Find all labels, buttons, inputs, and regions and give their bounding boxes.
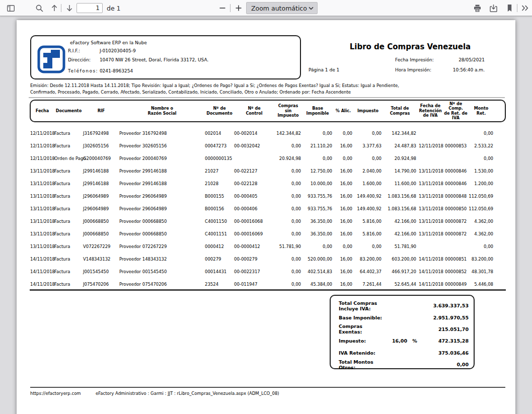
table-body: 12/11/2018FacturaJ316792498Proveedor 316… — [30, 127, 494, 290]
table-cell: 14/11/2018 — [30, 282, 54, 287]
current-view-button[interactable] — [503, 2, 515, 14]
report-title: Libro de Compras Venezuela — [327, 42, 493, 51]
table-cell: 00-0032042 — [234, 143, 274, 148]
download-icon — [489, 4, 498, 13]
table-cell: J302605156 — [83, 143, 119, 148]
report-filters: Emisión: Desde 12.11.2018 Hasta 14.11.20… — [30, 82, 501, 96]
toolbar-divider — [61, 4, 61, 12]
table-row: 13/11/2018FacturaJ299146188Proveedor 299… — [30, 164, 494, 177]
total-value: 3.639.337,53 — [422, 303, 469, 308]
table-cell: 20.924,98 — [274, 156, 302, 161]
table-cell: 0,00 — [274, 282, 302, 287]
table-cell: 0,00 — [302, 131, 333, 136]
print-time-value: 10:56:40 a.m. — [429, 67, 485, 72]
table-cell: 42.166,00 — [383, 219, 417, 224]
table-cell: 933.755,76 — [302, 194, 333, 199]
table-cell: 83.200,00 — [468, 257, 494, 262]
arrow-up-icon — [50, 4, 58, 12]
table-row: 14/11/2018FacturaV148343132Proveedor 148… — [30, 253, 494, 265]
double-chevron-right-icon — [521, 5, 529, 12]
total-value: 472.315,28 — [422, 338, 469, 344]
table-cell: Factura — [54, 231, 83, 236]
table-cell: 7.261,44 — [353, 282, 383, 287]
table-cell: Proveedor 001545450 — [119, 269, 205, 274]
zoom-mode-label: Zoom automático — [247, 5, 309, 12]
page-number-input[interactable] — [77, 3, 103, 13]
table-cell: J296064989 — [83, 194, 119, 199]
table-cell: 0,00 — [274, 219, 302, 224]
table-cell: 00-0000412 — [234, 244, 274, 249]
previous-page-button[interactable] — [48, 2, 60, 14]
table-cell: 00000846 — [443, 169, 468, 174]
table-cell: 0,00 — [333, 244, 353, 249]
table-cell: 00-022128 — [234, 181, 274, 186]
table-cell: 466.917,20 — [383, 269, 417, 274]
table-cell: J001545450 — [83, 269, 119, 274]
table-cell: 000279 — [205, 257, 234, 262]
column-header: Nº de Comp. de Ret. de IVA — [443, 102, 468, 121]
table-cell: 002014 — [205, 131, 234, 136]
table-cell: 14/11/2018 — [417, 257, 443, 262]
table-cell: 112.050,69 — [468, 194, 494, 199]
table-cell: 13/11/2018 — [30, 244, 54, 249]
column-header: Compras sin Impuesto — [274, 104, 302, 118]
table-cell: 1.530,00 — [468, 169, 494, 174]
zoom-mode-select[interactable]: Zoom automático — [246, 2, 318, 14]
more-tools-button[interactable] — [519, 2, 531, 14]
table-cell: V072267229 — [83, 244, 119, 249]
table-cell: Proveedor 299146188 — [119, 169, 205, 174]
table-cell: 16,00 — [333, 219, 353, 224]
total-value: 375.036,46 — [422, 350, 469, 356]
table-cell: 4.362,00 — [468, 219, 494, 224]
table-cell: 13/11/2018 — [30, 181, 54, 186]
total-value: 215.051,70 — [422, 326, 469, 332]
table-cell: 0,00 — [353, 156, 383, 161]
column-header: Fecha — [30, 109, 54, 114]
table-cell: 1.083.156,68 — [383, 206, 417, 211]
table-cell: 36.350,00 — [302, 219, 333, 224]
next-page-button[interactable] — [63, 2, 75, 14]
total-label: IVA Retenido: — [339, 350, 384, 356]
print-date-label: Fecha Impresión: — [395, 57, 434, 62]
table-cell: 21.110,20 — [302, 143, 333, 148]
table-cell: Proveedor 302605156 — [119, 143, 205, 148]
table-cell: 13/11/2018 — [30, 206, 54, 211]
search-button[interactable] — [33, 2, 45, 14]
search-icon — [35, 4, 44, 13]
table-cell: 00-00016068 — [234, 219, 274, 224]
table-cell: Factura — [54, 143, 83, 148]
page-count-label: de 1 — [107, 5, 121, 12]
table-cell: 13/11/2018 — [30, 194, 54, 199]
table-cell: Proveedor 296064989 — [119, 194, 205, 199]
table-header-row: FechaDocumentoRIFNombre o Razón SocialNº… — [30, 101, 494, 121]
address-label: Dirección: — [68, 57, 98, 62]
column-header: Impuesto — [353, 109, 383, 114]
table-bottom-line — [30, 289, 506, 291]
zoom-out-button[interactable] — [216, 2, 229, 14]
table-cell: 0,00 — [468, 131, 494, 136]
table-cell: 16,00 — [333, 169, 353, 174]
print-button[interactable] — [471, 2, 483, 14]
save-button[interactable] — [487, 2, 499, 14]
table-cell: 2.533,22 — [468, 143, 494, 148]
table-cell: V148343132 — [83, 257, 119, 262]
zoom-in-button[interactable] — [233, 2, 245, 14]
pdf-viewer-area[interactable]: eFactory Software ERP en la Nube R.I.F.:… — [0, 16, 532, 414]
table-cell: 142.344,82 — [383, 131, 417, 136]
table-cell: 4.362,00 — [468, 231, 494, 236]
toggle-sidebar-button[interactable] — [5, 2, 17, 14]
table-cell: 36.350,00 — [302, 231, 333, 236]
table-cell: 00-022127 — [234, 169, 274, 174]
table-cell: 00-00016069 — [234, 231, 274, 236]
table-row: 13/11/2018FacturaJ296064989Proveedor 296… — [30, 190, 494, 202]
phones-value: 0241-8963254 — [100, 68, 133, 73]
table-cell: 10.000,00 — [302, 181, 333, 186]
pdf-page: eFactory Software ERP en la Nube R.I.F.:… — [17, 20, 515, 414]
table-cell: 149.400,92 — [353, 194, 383, 199]
table-cell: 14.790,00 — [383, 169, 417, 174]
table-row: 12/11/2018FacturaJ302605156Proveedor 302… — [30, 139, 494, 152]
table-cell: 3.377,63 — [353, 143, 383, 148]
table-cell: 00-000405 — [234, 194, 274, 199]
table-cell: Proveedor 316792498 — [119, 131, 205, 136]
table-row: 13/11/2018FacturaJ000668850Proveedor 000… — [30, 227, 494, 240]
